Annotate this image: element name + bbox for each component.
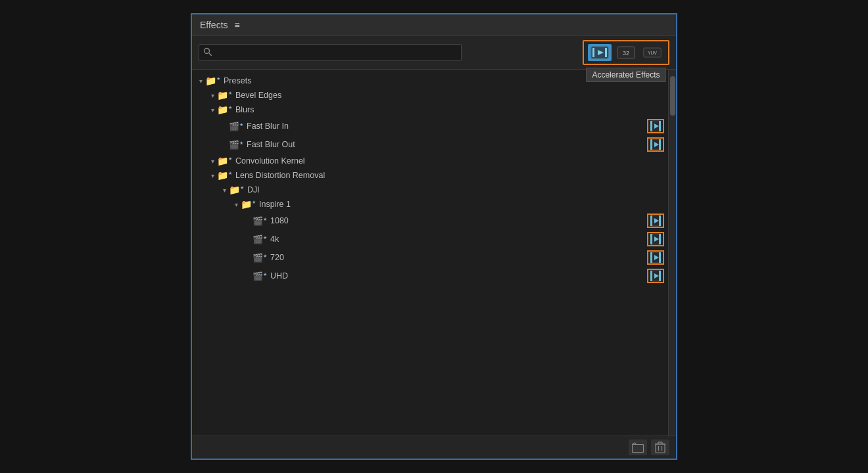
item-label: Blurs xyxy=(235,105,664,114)
folder-star-icon: 📁★ xyxy=(217,170,232,181)
effect-star-icon: 🎬★ xyxy=(253,235,267,244)
svg-rect-20 xyxy=(650,215,652,226)
effect-star-icon: 🎬★ xyxy=(253,216,267,226)
item-label: UHD xyxy=(270,271,647,281)
yuv-button[interactable]: YUV xyxy=(640,44,664,61)
item-label: Fast Blur Out xyxy=(247,140,647,149)
scrollbar-thumb[interactable] xyxy=(670,76,675,116)
list-item[interactable]: ▾ 📁★ Blurs xyxy=(192,102,668,117)
list-item[interactable]: ▾ 📁★ Inspire 1 xyxy=(192,197,668,212)
svg-rect-13 xyxy=(659,121,661,131)
tree-area: ▾ 📁★ Presets ▾ 📁★ Bevel Edges xyxy=(192,70,668,436)
chevron-icon: ▾ xyxy=(208,158,217,165)
svg-text:YUV: YUV xyxy=(648,51,657,55)
outer-background: Effects ≡ xyxy=(0,0,868,473)
effects-panel: Effects ≡ xyxy=(191,13,677,460)
item-label: 720 xyxy=(270,253,647,262)
accel-indicator xyxy=(647,232,664,246)
search-wrapper xyxy=(199,44,462,61)
chevron-icon: ▾ xyxy=(196,78,205,85)
chevron-icon: ▾ xyxy=(208,106,217,114)
svg-rect-35 xyxy=(633,445,644,453)
scrollbar[interactable] xyxy=(668,70,676,436)
svg-point-0 xyxy=(205,49,210,54)
menu-icon[interactable]: ≡ xyxy=(235,20,240,30)
new-folder-button[interactable] xyxy=(629,439,647,455)
effect-star-icon: 🎬★ xyxy=(229,122,243,131)
item-label: Fast Blur In xyxy=(247,122,647,131)
chevron-icon: ▾ xyxy=(208,172,217,179)
accel-indicator xyxy=(647,119,664,133)
list-item[interactable]: 🎬★ UHD xyxy=(192,267,668,285)
panel-content: ▾ 📁★ Presets ▾ 📁★ Bevel Edges xyxy=(192,70,676,436)
svg-rect-4 xyxy=(592,48,594,57)
list-item[interactable]: ▾ 📁★ Bevel Edges xyxy=(192,88,668,102)
item-label: Convolution Kernel xyxy=(235,156,664,166)
svg-rect-24 xyxy=(650,234,652,244)
svg-text:32: 32 xyxy=(623,50,629,56)
folder-star-icon: 📁★ xyxy=(229,185,244,195)
effect-star-icon: 🎬★ xyxy=(253,253,267,263)
folder-star-icon: 📁★ xyxy=(217,90,232,101)
accel-effects-area: 32 YUV Accelerated Effects xyxy=(583,40,669,65)
svg-rect-21 xyxy=(659,215,661,226)
accel-buttons-group: 32 YUV xyxy=(583,40,669,65)
item-label: Presets xyxy=(224,76,664,85)
svg-rect-5 xyxy=(605,48,607,57)
svg-rect-16 xyxy=(650,139,652,150)
item-label: 4k xyxy=(270,235,647,244)
svg-rect-29 xyxy=(659,252,661,263)
svg-rect-17 xyxy=(659,139,661,150)
delete-button[interactable] xyxy=(651,439,669,455)
item-label: DJI xyxy=(247,185,664,194)
folder-star-icon: 📁★ xyxy=(241,199,256,210)
32bit-button[interactable]: 32 xyxy=(614,44,638,61)
panel-toolbar: 32 YUV Accelerated Effects xyxy=(192,36,676,70)
search-icon xyxy=(203,47,212,58)
panel-header: Effects ≡ xyxy=(192,14,676,36)
effect-star-icon: 🎬★ xyxy=(229,140,243,150)
svg-rect-25 xyxy=(659,234,661,244)
svg-rect-12 xyxy=(650,121,652,131)
panel-footer xyxy=(192,436,676,459)
accel-indicator xyxy=(647,250,664,265)
list-item[interactable]: 🎬★ Fast Blur Out xyxy=(192,135,668,154)
list-item[interactable]: ▾ 📁★ Convolution Kernel xyxy=(192,154,668,168)
item-label: Bevel Edges xyxy=(235,91,664,100)
accelerated-effects-button[interactable] xyxy=(588,44,612,61)
accel-indicator xyxy=(647,214,664,228)
search-input[interactable] xyxy=(199,44,462,61)
svg-rect-33 xyxy=(659,271,661,281)
chevron-icon: ▾ xyxy=(208,92,217,99)
chevron-icon: ▾ xyxy=(231,201,241,208)
folder-star-icon: 📁★ xyxy=(217,156,232,166)
effect-star-icon: 🎬★ xyxy=(253,271,267,281)
list-item[interactable]: ▾ 📁★ DJI xyxy=(192,183,668,197)
list-item[interactable]: ▾ 📁★ Lens Distortion Removal xyxy=(192,168,668,183)
list-item[interactable]: 🎬★ 4k xyxy=(192,230,668,248)
item-label: Inspire 1 xyxy=(259,200,664,209)
item-label: 1080 xyxy=(270,216,647,225)
svg-rect-36 xyxy=(656,444,665,453)
item-label: Lens Distortion Removal xyxy=(235,171,664,180)
panel-title: Effects xyxy=(200,20,228,30)
list-item[interactable]: 🎬★ Fast Blur In xyxy=(192,117,668,135)
svg-rect-32 xyxy=(650,271,652,281)
list-item[interactable]: 🎬★ 1080 xyxy=(192,212,668,230)
svg-rect-28 xyxy=(650,252,652,263)
folder-star-icon: 📁★ xyxy=(217,104,232,115)
chevron-icon: ▾ xyxy=(220,187,229,194)
list-item[interactable]: 🎬★ 720 xyxy=(192,248,668,267)
folder-star-icon: 📁★ xyxy=(205,76,220,86)
accel-indicator xyxy=(647,269,664,283)
accel-indicator xyxy=(647,137,664,152)
svg-line-1 xyxy=(209,53,212,56)
list-item[interactable]: ▾ 📁★ Presets xyxy=(192,74,668,88)
